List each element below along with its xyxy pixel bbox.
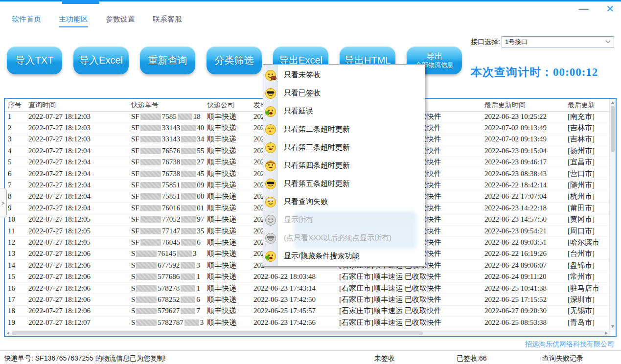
- column-header-2[interactable]: 快递单号: [128, 101, 204, 110]
- table-row[interactable]: 162022-07-27 18:12:06S5782781顺丰快递2022-06…: [5, 283, 610, 294]
- tracking-mid: 77052: [162, 215, 181, 223]
- cell-query_time: 2022-07-27 18:12:03: [25, 113, 128, 121]
- menu-item-3[interactable]: 只看第二条超时更新: [263, 120, 425, 138]
- face-oldman-icon: [264, 196, 277, 208]
- menu-item-label: 显示所有: [284, 215, 313, 225]
- cell-company: 顺丰快递: [204, 227, 251, 236]
- scroll-down-icon[interactable]: [611, 325, 614, 328]
- masked-digits: [140, 193, 161, 200]
- requery-button[interactable]: 重新查询: [140, 46, 195, 74]
- nav-tab-1[interactable]: 主功能区: [59, 15, 88, 27]
- cell-info: [石家庄市]顺丰速运 已收取快件: [336, 306, 482, 316]
- cell-no: 17: [5, 296, 25, 304]
- menu-item-4[interactable]: 只看第三条超时更新: [263, 138, 425, 157]
- tracking-suffix: 35: [197, 227, 204, 235]
- tracking-prefix: SF: [131, 135, 139, 143]
- cell-query_time: 2022-07-27 18:12:05: [25, 215, 128, 224]
- vertical-scrollbar[interactable]: [609, 99, 616, 330]
- column-header-6[interactable]: 最后更新时间: [482, 101, 565, 110]
- cell-no: 8: [5, 192, 25, 201]
- tracking-prefix: S: [131, 284, 135, 292]
- cell-query_time: 2022-07-27 18:12:07: [25, 318, 128, 327]
- cell-sent_time: 2022-06-23 17:43:14: [251, 284, 336, 293]
- tracking-prefix: SF: [131, 113, 139, 120]
- filter-button[interactable]: 分类筛选: [207, 46, 262, 74]
- menu-item-7[interactable]: 只看查询失败: [263, 193, 425, 211]
- masked-digits: [136, 308, 157, 314]
- cell-company: 顺丰快递: [204, 318, 251, 327]
- vertical-scroll-thumb[interactable]: [611, 106, 615, 152]
- cell-company: 顺丰快递: [204, 169, 251, 179]
- masked-digits: [140, 148, 161, 154]
- cell-tracking: SF760456: [128, 238, 204, 247]
- interface-select-dropdown[interactable]: 1号接口: [502, 36, 614, 47]
- face-gray-sunglasses-icon: [264, 232, 277, 245]
- table-row[interactable]: 182022-07-27 18:12:06S5796277顺丰快递2022-06…: [5, 306, 610, 317]
- column-header-0[interactable]: 序号: [5, 101, 25, 110]
- collapse-panel-handle[interactable]: >: [0, 188, 7, 218]
- cell-updated_time: 2022-06-22 09:03:51: [482, 238, 565, 247]
- cell-tracking: SF7657655: [128, 147, 204, 155]
- face-kiss-icon: [264, 123, 277, 136]
- table-row[interactable]: 192022-07-27 18:12:07S57827873顺丰快递2022-0…: [5, 317, 610, 328]
- cell-tracking: SF7714735: [128, 227, 204, 235]
- nav-tab-3[interactable]: 联系客服: [153, 15, 182, 27]
- tracking-mid: 677592: [158, 261, 180, 269]
- column-header-7[interactable]: 最后更新: [565, 101, 614, 110]
- masked-digits: [140, 159, 161, 165]
- menu-item-10[interactable]: 显示/隐藏条件搜索功能: [263, 247, 425, 265]
- cell-updated_time: 2022-06-24 09:11:20: [482, 273, 565, 281]
- scroll-right-icon[interactable]: [605, 332, 608, 335]
- menu-item-2[interactable]: 只看延误: [263, 102, 425, 120]
- tracking-mid: 678252: [158, 296, 180, 303]
- cell-info: [石家庄市]顺丰速运 已收取快件: [336, 295, 482, 304]
- tracking-prefix: SF: [131, 170, 139, 178]
- horizontal-scrollbar[interactable]: [5, 330, 610, 336]
- cell-company: 顺丰快递: [204, 158, 251, 167]
- tracking-suffix: 01: [197, 204, 204, 212]
- tracking-mid: 577686: [158, 273, 180, 280]
- minimize-button[interactable]: —: [578, 4, 588, 14]
- close-button[interactable]: ✕: [606, 4, 614, 14]
- cell-updated_info: [青岛市]: [565, 318, 610, 327]
- column-header-3[interactable]: 快递公司: [204, 101, 251, 110]
- menu-item-6[interactable]: 只看第五条超时更新: [263, 175, 425, 193]
- table-row[interactable]: 152022-07-27 18:12:06S5776861顺丰快递2022-06…: [5, 271, 610, 282]
- cell-tracking: S6775923: [128, 261, 204, 270]
- cell-query_time: 2022-07-27 18:12:04: [25, 204, 128, 212]
- tracking-suffix: 1: [196, 284, 200, 292]
- tracking-mid: 75851: [162, 192, 181, 200]
- menu-item-5[interactable]: 只看第四条超时更新: [263, 157, 425, 175]
- scroll-left-icon[interactable]: [7, 332, 9, 335]
- face-megaphone-icon: [264, 105, 277, 118]
- tracking-suffix: 6: [196, 296, 200, 303]
- face-hat-icon: [264, 159, 277, 172]
- import-excel-button[interactable]: 导入Excel: [73, 46, 129, 74]
- cell-tracking: SF7673845: [128, 170, 204, 178]
- cell-updated_time: 2022-07-02 09:13:49: [482, 124, 565, 132]
- scroll-up-icon[interactable]: [611, 101, 614, 104]
- cell-query_time: 2022-07-27 18:12:06: [25, 284, 128, 293]
- import-txt-button[interactable]: 导入TXT: [7, 46, 62, 74]
- cell-tracking: SF7673827: [128, 158, 204, 166]
- column-header-1[interactable]: 查询时间: [25, 101, 128, 110]
- nav-tab-2[interactable]: 参数设置: [106, 15, 135, 27]
- company-link[interactable]: 招远淘乐优网络科技有限公司: [525, 340, 614, 349]
- cell-updated_time: 2022-06-23 10:25:22: [482, 113, 565, 121]
- table-row[interactable]: 172022-07-27 18:12:06S6782526顺丰快递2022-06…: [5, 294, 610, 305]
- nav-tab-0[interactable]: 软件首页: [12, 15, 41, 27]
- menu-item-0[interactable]: 只看未签收: [263, 66, 425, 84]
- masked-digits: [184, 319, 199, 326]
- cell-tracking: S6782526: [128, 296, 204, 304]
- cell-no: 6: [5, 170, 25, 178]
- tracking-mid: 579627: [158, 307, 180, 315]
- masked-digits: [140, 136, 161, 142]
- tracking-prefix: S: [131, 318, 135, 326]
- tracking-mid: 76145: [158, 250, 176, 257]
- failed-records-label[interactable]: 查询失败记录: [542, 354, 583, 363]
- horizontal-scroll-thumb[interactable]: [12, 331, 423, 335]
- masked-digits: [181, 125, 196, 131]
- cell-updated_info: [驻马店市: [565, 284, 610, 293]
- menu-item-1[interactable]: 只看已签收: [263, 84, 425, 102]
- masked-digits: [140, 182, 161, 188]
